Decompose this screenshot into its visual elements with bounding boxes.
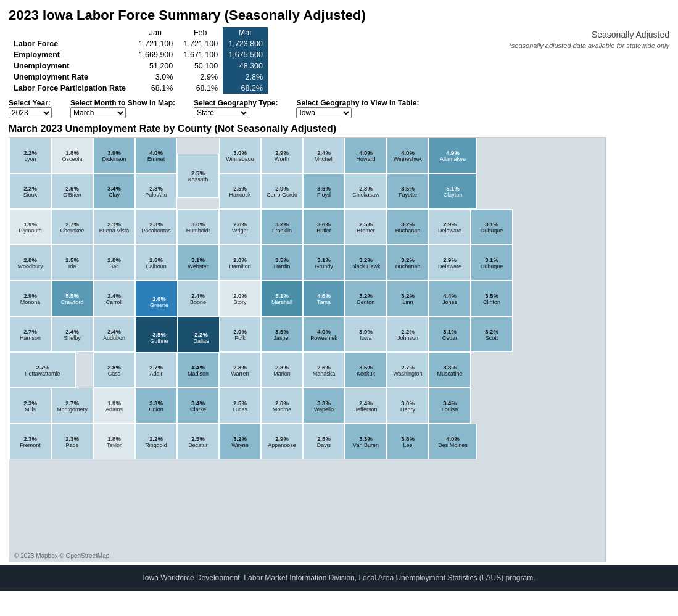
county-jefferson[interactable]: 2.4%Jefferson	[345, 388, 387, 424]
county-decatur[interactable]: 2.5%Decatur	[177, 424, 219, 459]
county-black-hawk[interactable]: 3.2%Black Hawk	[345, 245, 387, 281]
county-woodbury[interactable]: 2.8%Woodbury	[9, 245, 51, 281]
county-mills[interactable]: 2.3%Mills	[9, 388, 51, 424]
county-bremer[interactable]: 2.5%Bremer	[345, 209, 387, 245]
county-des-moines[interactable]: 4.0%Des Moines	[429, 424, 477, 459]
county-linn[interactable]: 3.2%Linn	[387, 281, 429, 316]
county-ringgold[interactable]: 2.2%Ringgold	[135, 424, 177, 459]
county-boone[interactable]: 2.4%Boone	[177, 281, 219, 316]
county-dubuque[interactable]: 3.1%Dubuque	[471, 209, 513, 245]
county-monona[interactable]: 2.9%Monona	[9, 281, 51, 316]
county-lyon[interactable]: 2.2%Lyon	[9, 138, 51, 173]
county-montgomery[interactable]: 2.7%Montgomery	[51, 388, 93, 424]
county-scott[interactable]: 3.2%Scott	[471, 316, 513, 352]
county-page[interactable]: 2.3%Page	[51, 424, 93, 459]
county-cedar[interactable]: 3.1%Cedar	[429, 316, 471, 352]
county-plymouth[interactable]: 1.9%Plymouth	[9, 209, 51, 245]
county-marshall[interactable]: 5.1%Marshall	[261, 281, 303, 316]
county-union[interactable]: 3.3%Union	[135, 388, 177, 424]
county-poweshiek[interactable]: 4.0%Poweshiek	[303, 316, 345, 352]
county-palo-alto[interactable]: 2.8%Palo Alto	[135, 173, 177, 209]
county-hamilton[interactable]: 2.8%Hamilton	[219, 245, 261, 281]
select-month-input[interactable]: March	[70, 107, 126, 118]
county-jasper[interactable]: 3.6%Jasper	[261, 316, 303, 352]
county-cherokee[interactable]: 2.7%Cherokee	[51, 209, 93, 245]
county-monroe[interactable]: 2.6%Monroe	[261, 388, 303, 424]
county-lucas[interactable]: 2.5%Lucas	[219, 388, 261, 424]
county-allamakee[interactable]: 4.9%Allamakee	[429, 138, 477, 173]
county-carroll[interactable]: 2.4%Carroll	[93, 281, 135, 316]
county-hardin[interactable]: 3.5%Hardin	[261, 245, 303, 281]
select-year-input[interactable]: 2023	[9, 107, 52, 118]
county-butler[interactable]: 3.6%Butler	[303, 209, 345, 245]
county-jones[interactable]: 4.4%Jones	[429, 281, 471, 316]
county-ida[interactable]: 2.5%Ida	[51, 245, 93, 281]
county-cass[interactable]: 2.8%Cass	[93, 352, 135, 388]
county-grundy[interactable]: 3.1%Grundy	[303, 245, 345, 281]
county-taylor[interactable]: 1.8%Taylor	[93, 424, 135, 459]
county-clayton[interactable]: 5.1%Clayton	[429, 173, 477, 209]
select-geo-type-input[interactable]: State	[194, 107, 249, 118]
county-emmet[interactable]: 4.0%Emmet	[135, 138, 177, 173]
county-clarke[interactable]: 3.4%Clarke	[177, 388, 219, 424]
county-webster[interactable]: 3.1%Webster	[177, 245, 219, 281]
county-winneshiek[interactable]: 4.0%Winneshiek	[387, 138, 429, 173]
county-iowa[interactable]: 3.0%Iowa	[345, 316, 387, 352]
county-humboldt[interactable]: 3.0%Humboldt	[177, 209, 219, 245]
county-polk[interactable]: 2.9%Polk	[219, 316, 261, 352]
county-pottawattamie[interactable]: 2.7%Pottawattamie	[9, 352, 76, 388]
county-fayette[interactable]: 3.5%Fayette	[387, 173, 429, 209]
county-adams[interactable]: 1.9%Adams	[93, 388, 135, 424]
county-washington[interactable]: 2.7%Washington	[387, 352, 429, 388]
county-mitchell[interactable]: 2.4%Mitchell	[303, 138, 345, 173]
county-warren[interactable]: 2.8%Warren	[219, 352, 261, 388]
county-lee[interactable]: 3.8%Lee	[387, 424, 429, 459]
county-chickasaw[interactable]: 2.8%Chickasaw	[345, 173, 387, 209]
county-fremont[interactable]: 2.3%Fremont	[9, 424, 51, 459]
county-clay[interactable]: 3.4%Clay	[93, 173, 135, 209]
county-howard[interactable]: 4.0%Howard	[345, 138, 387, 173]
county-worth[interactable]: 2.9%Worth	[261, 138, 303, 173]
county-wayne[interactable]: 3.2%Wayne	[219, 424, 261, 459]
county-pocahontas[interactable]: 2.3%Pocahontas	[135, 209, 177, 245]
county-benton[interactable]: 3.2%Benton	[345, 281, 387, 316]
county-wright[interactable]: 2.6%Wright	[219, 209, 261, 245]
county-van-buren[interactable]: 3.3%Van Buren	[345, 424, 387, 459]
county-dickinson[interactable]: 3.9%Dickinson	[93, 138, 135, 173]
county-cerro-gordo[interactable]: 2.9%Cerro Gordo	[261, 173, 303, 209]
county-keokuk[interactable]: 3.5%Keokuk	[345, 352, 387, 388]
county-tama[interactable]: 4.6%Tama	[303, 281, 345, 316]
county-buchanan[interactable]: 3.2%Buchanan	[387, 209, 429, 245]
county-floyd[interactable]: 3.6%Floyd	[303, 173, 345, 209]
county-marion[interactable]: 2.3%Marion	[261, 352, 303, 388]
county-sac[interactable]: 2.8%Sac	[93, 245, 135, 281]
county-hancock[interactable]: 2.5%Hancock	[219, 173, 261, 209]
county-delaware[interactable]: 2.9%Delaware	[429, 245, 471, 281]
county-shelby[interactable]: 2.4%Shelby	[51, 316, 93, 352]
county-appanoose[interactable]: 2.9%Appanoose	[261, 424, 303, 459]
county-madison[interactable]: 4.4%Madison	[177, 352, 219, 388]
county-johnson[interactable]: 2.2%Johnson	[387, 316, 429, 352]
county-clinton[interactable]: 3.5%Clinton	[471, 281, 513, 316]
county-franklin[interactable]: 3.2%Franklin	[261, 209, 303, 245]
county-calhoun[interactable]: 2.6%Calhoun	[135, 245, 177, 281]
county-buchanan[interactable]: 3.2%Buchanan	[387, 245, 429, 281]
county-kossuth[interactable]: 2.5%Kossuth	[177, 154, 219, 198]
county-muscatine[interactable]: 3.3%Muscatine	[429, 352, 471, 388]
county-crawford[interactable]: 5.5%Crawford	[51, 281, 93, 316]
county-sioux[interactable]: 2.2%Sioux	[9, 173, 51, 209]
county-wapello[interactable]: 3.3%Wapello	[303, 388, 345, 424]
county-story[interactable]: 2.0%Story	[219, 281, 261, 316]
county-dubuque[interactable]: 3.1%Dubuque	[471, 245, 513, 281]
county-harrison[interactable]: 2.7%Harrison	[9, 316, 51, 352]
county-davis[interactable]: 2.5%Davis	[303, 424, 345, 459]
county-henry[interactable]: 3.0%Henry	[387, 388, 429, 424]
county-o-brien[interactable]: 2.6%O'Brien	[51, 173, 93, 209]
county-louisa[interactable]: 3.4%Louisa	[429, 388, 471, 424]
county-mahaska[interactable]: 2.6%Mahaska	[303, 352, 345, 388]
county-osceola[interactable]: 1.8%Osceola	[51, 138, 93, 173]
county-adair[interactable]: 2.7%Adair	[135, 352, 177, 388]
county-delaware[interactable]: 2.9%Delaware	[429, 209, 471, 245]
county-audubon[interactable]: 2.4%Audubon	[93, 316, 135, 352]
county-winnebago[interactable]: 3.0%Winnebago	[219, 138, 261, 173]
